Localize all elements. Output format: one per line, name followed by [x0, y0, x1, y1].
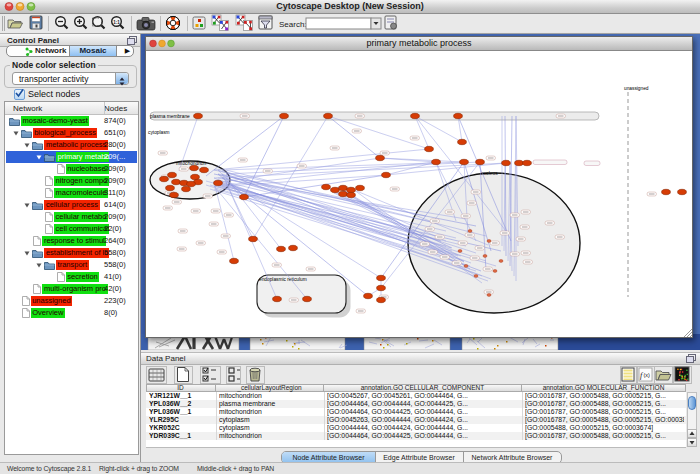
svg-text:unassigned: unassigned [624, 86, 649, 91]
svg-text:endoplasmic reticulum: endoplasmic reticulum [259, 277, 307, 282]
svg-text:(x): (x) [644, 372, 651, 378]
svg-text:mitochondrion: mitochondrion [176, 161, 206, 166]
svg-text:1:1: 1:1 [113, 20, 120, 25]
svg-text:Search:: Search: [279, 20, 307, 29]
svg-text:nucleus: nucleus [481, 171, 498, 176]
svg-text:cytoplasm: cytoplasm [148, 130, 170, 135]
svg-text:plasma membrane: plasma membrane [150, 114, 190, 119]
